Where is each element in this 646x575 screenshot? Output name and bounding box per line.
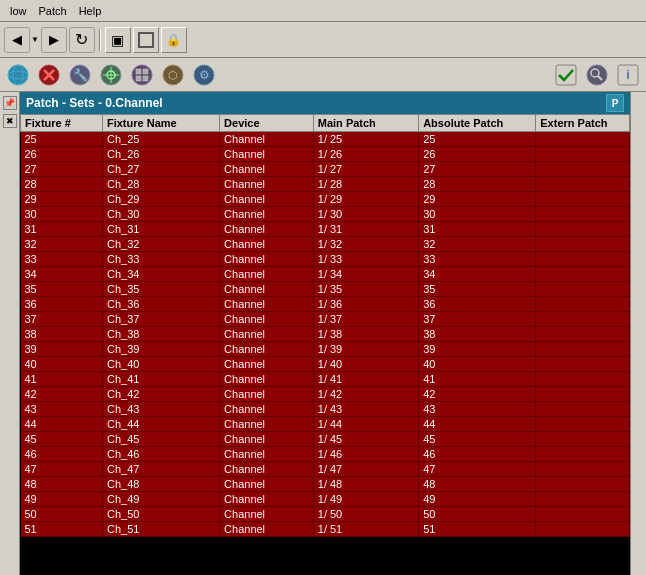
table-row[interactable]: 28Ch_28Channel1/ 2828 — [21, 177, 630, 192]
table-cell: 1/ 50 — [313, 507, 418, 522]
menu-low[interactable]: low — [4, 3, 33, 19]
table-row[interactable]: 45Ch_45Channel1/ 4545 — [21, 432, 630, 447]
table-row[interactable]: 31Ch_31Channel1/ 3131 — [21, 222, 630, 237]
table-cell — [536, 207, 630, 222]
table-cell — [536, 147, 630, 162]
table-cell — [536, 462, 630, 477]
table-cell: Ch_27 — [102, 162, 219, 177]
table-cell: 51 — [419, 522, 536, 537]
table-cell: Channel — [220, 147, 314, 162]
table-cell — [536, 432, 630, 447]
lock-icon: 🔒 — [166, 33, 181, 47]
refresh-button[interactable]: ↻ — [69, 27, 95, 53]
table-row[interactable]: 46Ch_46Channel1/ 4646 — [21, 447, 630, 462]
table-cell: 1/ 42 — [313, 387, 418, 402]
table-cell: Ch_48 — [102, 477, 219, 492]
table-cell — [536, 492, 630, 507]
fixture-table-container[interactable]: Fixture # Fixture Name Device Main Patch… — [20, 114, 630, 575]
table-cell: Ch_41 — [102, 372, 219, 387]
back-button[interactable]: ◀ — [4, 27, 30, 53]
table-cell: 49 — [419, 492, 536, 507]
table-row[interactable]: 43Ch_43Channel1/ 4343 — [21, 402, 630, 417]
table-row[interactable]: 30Ch_30Channel1/ 3030 — [21, 207, 630, 222]
sphere-tool-icon[interactable] — [4, 61, 32, 89]
table-row[interactable]: 44Ch_44Channel1/ 4444 — [21, 417, 630, 432]
table-cell: 1/ 51 — [313, 522, 418, 537]
search-tool-icon[interactable] — [583, 61, 611, 89]
table-cell: Ch_43 — [102, 402, 219, 417]
window2-button[interactable] — [133, 27, 159, 53]
table-row[interactable]: 26Ch_26Channel1/ 2626 — [21, 147, 630, 162]
table-row[interactable]: 38Ch_38Channel1/ 3838 — [21, 327, 630, 342]
table-cell: Channel — [220, 417, 314, 432]
table-cell: Ch_30 — [102, 207, 219, 222]
menu-help[interactable]: Help — [73, 3, 108, 19]
table-row[interactable]: 41Ch_41Channel1/ 4141 — [21, 372, 630, 387]
table-header-row: Fixture # Fixture Name Device Main Patch… — [21, 115, 630, 132]
right-scrollbar[interactable] — [630, 92, 646, 575]
table-cell: Channel — [220, 282, 314, 297]
table-cell: Channel — [220, 267, 314, 282]
table-row[interactable]: 35Ch_35Channel1/ 3535 — [21, 282, 630, 297]
table-cell: 47 — [21, 462, 103, 477]
table-cell: 30 — [419, 207, 536, 222]
table-row[interactable]: 36Ch_36Channel1/ 3636 — [21, 297, 630, 312]
table-row[interactable]: 37Ch_37Channel1/ 3737 — [21, 312, 630, 327]
table-cell: Ch_31 — [102, 222, 219, 237]
table-cell: 39 — [419, 342, 536, 357]
table-row[interactable]: 42Ch_42Channel1/ 4242 — [21, 387, 630, 402]
table-row[interactable]: 40Ch_40Channel1/ 4040 — [21, 357, 630, 372]
table-cell — [536, 192, 630, 207]
table-cell: 46 — [419, 447, 536, 462]
table-row[interactable]: 29Ch_29Channel1/ 2929 — [21, 192, 630, 207]
table-row[interactable]: 33Ch_33Channel1/ 3333 — [21, 252, 630, 267]
svg-rect-15 — [136, 76, 141, 81]
menu-patch[interactable]: Patch — [33, 3, 73, 19]
back-arrow-icon[interactable]: ▼ — [31, 35, 39, 44]
table-cell — [536, 477, 630, 492]
table-cell: Channel — [220, 297, 314, 312]
target-tool-icon[interactable] — [97, 61, 125, 89]
table-cell: 1/ 33 — [313, 252, 418, 267]
table-cell: 1/ 34 — [313, 267, 418, 282]
forward-icon: ▶ — [49, 32, 59, 47]
pin-button[interactable]: 📌 — [3, 96, 17, 110]
lock-button[interactable]: 🔒 — [161, 27, 187, 53]
table-row[interactable]: 25Ch_25Channel1/ 2525 — [21, 132, 630, 147]
refresh-icon: ↻ — [75, 30, 88, 49]
table-cell: 48 — [21, 477, 103, 492]
table-row[interactable]: 34Ch_34Channel1/ 3434 — [21, 267, 630, 282]
table-row[interactable]: 27Ch_27Channel1/ 2727 — [21, 162, 630, 177]
table-cell: 46 — [21, 447, 103, 462]
col-main-patch: Main Patch — [313, 115, 418, 132]
table-row[interactable]: 32Ch_32Channel1/ 3232 — [21, 237, 630, 252]
table-cell: 49 — [21, 492, 103, 507]
wrench-tool-icon[interactable]: 🔧 — [66, 61, 94, 89]
table-cell: Channel — [220, 342, 314, 357]
window1-button[interactable]: ▣ — [105, 27, 131, 53]
table-cell: Ch_28 — [102, 177, 219, 192]
table-cell — [536, 237, 630, 252]
table-row[interactable]: 50Ch_50Channel1/ 5050 — [21, 507, 630, 522]
table-cell: 1/ 43 — [313, 402, 418, 417]
table-cell: Ch_42 — [102, 387, 219, 402]
table-row[interactable]: 49Ch_49Channel1/ 4949 — [21, 492, 630, 507]
panel-title-icon[interactable]: P — [606, 94, 624, 112]
palette-tool-icon[interactable]: ⬡ — [159, 61, 187, 89]
gear-tool-icon[interactable]: ⚙ — [190, 61, 218, 89]
table-row[interactable]: 47Ch_47Channel1/ 4747 — [21, 462, 630, 477]
info-tool-icon[interactable]: i — [614, 61, 642, 89]
cancel-tool-icon[interactable] — [35, 61, 63, 89]
table-cell: 26 — [419, 147, 536, 162]
table-row[interactable]: 48Ch_48Channel1/ 4848 — [21, 477, 630, 492]
close-pin-button[interactable]: ✖ — [3, 114, 17, 128]
table-cell: Channel — [220, 507, 314, 522]
forward-button[interactable]: ▶ — [41, 27, 67, 53]
table-cell: Channel — [220, 207, 314, 222]
table-row[interactable]: 51Ch_51Channel1/ 5151 — [21, 522, 630, 537]
toolbar2: 🔧 ⬡ ⚙ — [0, 58, 646, 92]
table-cell: 30 — [21, 207, 103, 222]
group-tool-icon[interactable] — [128, 61, 156, 89]
check-tool-icon[interactable] — [552, 61, 580, 89]
table-row[interactable]: 39Ch_39Channel1/ 3939 — [21, 342, 630, 357]
